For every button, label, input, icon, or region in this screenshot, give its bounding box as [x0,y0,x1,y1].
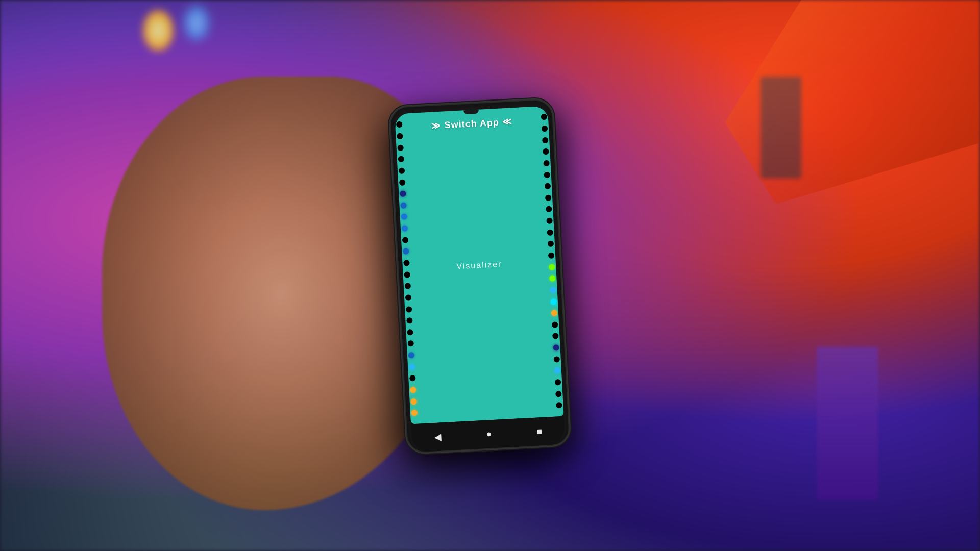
led-right-18 [552,321,558,328]
led-right-7 [545,194,552,201]
led-left-13 [404,271,410,278]
led-left-20 [408,352,415,359]
led-column-left [396,114,418,424]
led-left-19 [407,340,414,347]
led-right-25 [556,402,562,409]
led-right-24 [555,391,562,397]
led-right-1 [542,126,548,132]
screen-content: ≫ Switch App ≪ Visualizer [395,106,564,424]
phone-screen[interactable]: ≫ Switch App ≪ Visualizer [395,106,564,424]
led-left-9 [402,225,408,232]
led-left-11 [403,248,409,255]
led-left-6 [400,191,406,197]
led-left-5 [399,179,406,186]
led-right-16 [551,298,557,305]
led-right-21 [553,356,560,363]
led-left-22 [409,375,416,382]
led-right-20 [553,344,559,351]
led-right-9 [546,218,553,224]
led-left-21 [409,364,415,370]
led-left-18 [407,329,413,336]
led-right-23 [555,379,561,386]
led-right-6 [545,183,551,190]
led-left-25 [411,410,418,416]
led-right-11 [548,241,554,247]
nav-back-icon[interactable]: ◀ [434,431,442,443]
led-right-2 [542,137,549,143]
led-left-3 [398,156,405,163]
led-left-15 [405,294,412,301]
switch-app-title[interactable]: ≫ Switch App ≪ [431,116,512,131]
led-left-1 [397,133,403,140]
led-left-14 [405,283,411,289]
led-right-22 [554,367,561,374]
led-column-right [541,106,563,417]
led-left-7 [400,202,407,209]
led-right-8 [546,206,552,213]
led-left-0 [396,121,403,128]
visualizer-label: Visualizer [456,259,502,271]
led-right-5 [544,171,551,178]
led-right-17 [551,310,558,316]
led-left-17 [406,317,413,324]
led-right-12 [548,252,555,259]
scene: ≫ Switch App ≪ Visualizer ◀ ● ■ [0,0,980,551]
led-right-13 [549,264,555,270]
led-left-10 [402,237,409,243]
led-left-24 [410,398,417,405]
led-right-14 [549,276,556,282]
led-right-10 [547,229,553,236]
led-right-0 [541,114,548,120]
led-right-19 [552,333,559,340]
led-right-4 [543,160,550,166]
led-right-15 [550,287,556,293]
nav-home-icon[interactable]: ● [486,429,492,440]
led-left-12 [403,260,410,266]
led-left-16 [406,306,412,313]
led-left-4 [399,167,405,174]
led-left-2 [397,144,404,151]
nav-recent-icon[interactable]: ■ [536,426,543,437]
led-left-8 [401,214,407,220]
led-left-23 [410,387,416,393]
led-right-3 [543,148,549,155]
phone-device: ≫ Switch App ≪ Visualizer ◀ ● ■ [389,98,570,454]
